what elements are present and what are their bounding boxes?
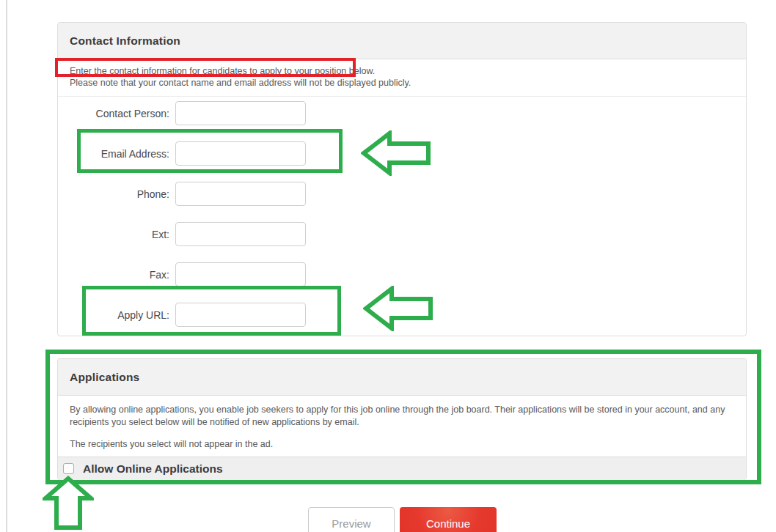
email-address-label: Email Address: <box>70 148 175 160</box>
applications-panel-header: Applications <box>58 359 746 396</box>
apply-url-row: Apply URL: <box>70 303 306 327</box>
ext-row: Ext: <box>70 222 306 246</box>
phone-row: Phone: <box>70 182 306 206</box>
fax-label: Fax: <box>70 269 175 281</box>
contact-panel-header: Contact Information <box>58 23 746 59</box>
left-border-line <box>6 0 7 532</box>
contact-panel-title: Contact Information <box>70 34 180 48</box>
fax-input[interactable] <box>175 262 306 287</box>
applications-description: By allowing online applications, you ena… <box>70 404 726 429</box>
apply-url-input[interactable] <box>175 303 306 327</box>
allow-online-applications-label: Allow Online Applications <box>83 462 223 476</box>
applications-panel-body: By allowing online applications, you ena… <box>58 396 746 457</box>
apply-url-label: Apply URL: <box>70 309 175 321</box>
applications-panel-title: Applications <box>70 371 139 384</box>
contact-person-input[interactable] <box>175 101 306 125</box>
applications-note: The recipients you select will not appea… <box>70 438 734 451</box>
fax-row: Fax: <box>70 262 306 287</box>
email-address-input[interactable] <box>175 141 306 166</box>
contact-information-panel: Contact Information Enter the contact in… <box>57 22 747 336</box>
ext-input[interactable] <box>175 222 306 246</box>
phone-label: Phone: <box>70 188 175 200</box>
green-arrow-up-icon <box>43 476 94 532</box>
continue-button[interactable]: Continue <box>400 507 497 532</box>
allow-online-applications-checkbox[interactable] <box>63 463 74 474</box>
page: Contact Information Enter the contact in… <box>0 0 776 532</box>
phone-input[interactable] <box>175 182 306 206</box>
intro-note-text: Please note that your contact name and e… <box>70 77 734 89</box>
applications-panel: Applications By allowing online applicat… <box>57 358 747 480</box>
ext-label: Ext: <box>70 229 175 240</box>
contact-person-row: Contact Person: <box>70 101 306 125</box>
allow-online-applications-row: Allow Online Applications <box>58 457 746 480</box>
preview-button[interactable]: Preview <box>308 507 395 532</box>
contact-panel-intro: Enter the contact information for candid… <box>58 59 746 97</box>
intro-highlighted-text: Enter the contact information for candid… <box>70 65 734 77</box>
contact-person-label: Contact Person: <box>70 108 175 119</box>
email-address-row: Email Address: <box>70 141 306 166</box>
